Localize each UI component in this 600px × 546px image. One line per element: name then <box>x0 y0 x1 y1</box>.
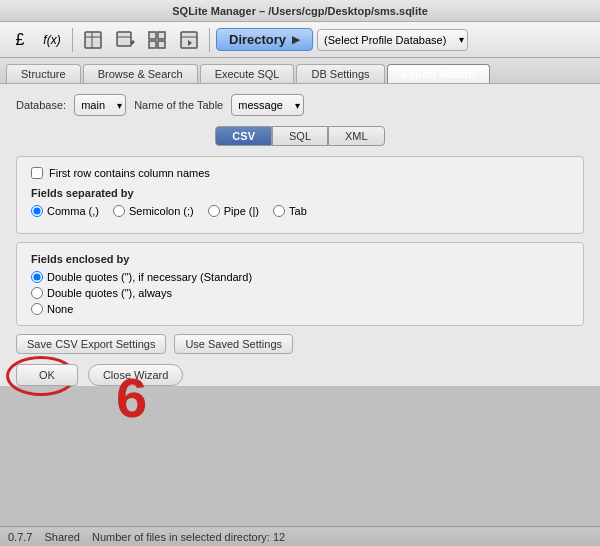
annotation-number: 6 <box>116 370 147 426</box>
database-select-wrapper[interactable]: main <box>74 94 126 116</box>
separator-tab: Tab <box>273 205 307 217</box>
enclosed-double-standard: Double quotes ("), if necessary (Standar… <box>31 271 569 283</box>
separator-comma-radio[interactable] <box>31 205 43 217</box>
toolbar-separator-1 <box>72 28 73 52</box>
enclosed-none-radio[interactable] <box>31 303 43 315</box>
separator-tab-label: Tab <box>289 205 307 217</box>
separator-semicolon-label: Semicolon (;) <box>129 205 194 217</box>
database-label: Database: <box>16 99 66 111</box>
format-tab-sql[interactable]: SQL <box>272 126 328 146</box>
format-tabs: CSV SQL XML <box>16 126 584 146</box>
enclosed-double-always-label: Double quotes ("), always <box>47 287 172 299</box>
tab-structure[interactable]: Structure <box>6 64 81 83</box>
svg-rect-9 <box>181 32 197 48</box>
use-saved-settings-button[interactable]: Use Saved Settings <box>174 334 293 354</box>
currency-icon[interactable]: £ <box>6 26 34 54</box>
svg-rect-8 <box>158 41 165 48</box>
version-text: 0.7.7 <box>8 531 32 543</box>
separator-tab-radio[interactable] <box>273 205 285 217</box>
status-bar: 0.7.7 Shared Number of files in selected… <box>0 526 600 546</box>
table-edit-icon[interactable] <box>111 26 139 54</box>
files-info-text: Number of files in selected directory: 1… <box>92 531 285 543</box>
separator-pipe-label: Pipe (|) <box>224 205 259 217</box>
fields-enclosed-panel: Fields enclosed by Double quotes ("), if… <box>16 242 584 326</box>
first-row-checkbox[interactable] <box>31 167 43 179</box>
enclosed-double-always: Double quotes ("), always <box>31 287 569 299</box>
fields-enclosed-label: Fields enclosed by <box>31 253 569 265</box>
save-csv-settings-button[interactable]: Save CSV Export Settings <box>16 334 166 354</box>
ok-button-container: OK <box>16 364 78 386</box>
svg-rect-3 <box>117 32 131 46</box>
table-label: Name of the Table <box>134 99 223 111</box>
enclosed-double-standard-label: Double quotes ("), if necessary (Standar… <box>47 271 252 283</box>
tab-execute-sql[interactable]: Execute SQL <box>200 64 295 83</box>
enclosed-none: None <box>31 303 569 315</box>
separator-semicolon: Semicolon (;) <box>113 205 194 217</box>
fields-separated-label: Fields separated by <box>31 187 569 199</box>
svg-rect-5 <box>149 32 156 39</box>
tab-browse-search[interactable]: Browse & Search <box>83 64 198 83</box>
options-panel: First row contains column names Fields s… <box>16 156 584 234</box>
first-row-label: First row contains column names <box>49 167 210 179</box>
trigger-icon[interactable] <box>175 26 203 54</box>
app-wrapper: SQLite Manager – /Users/cgp/Desktop/sms.… <box>0 0 600 546</box>
ok-button[interactable]: OK <box>16 364 78 386</box>
action-row: OK Close Wizard 6 <box>16 364 584 386</box>
settings-row: Save CSV Export Settings Use Saved Setti… <box>16 334 584 354</box>
table-select[interactable]: message <box>231 94 304 116</box>
separator-pipe-radio[interactable] <box>208 205 220 217</box>
form-area: Database: main Name of the Table message… <box>0 84 600 386</box>
separator-radio-row: Comma (,) Semicolon (;) Pipe (|) Tab <box>31 205 569 217</box>
directory-button[interactable]: Directory ▶ <box>216 28 313 51</box>
directory-arrow: ▶ <box>292 34 300 45</box>
table-icon[interactable] <box>79 26 107 54</box>
separator-comma-label: Comma (,) <box>47 205 99 217</box>
directory-label: Directory <box>229 32 286 47</box>
profile-select-wrapper[interactable]: (Select Profile Database) <box>317 29 468 51</box>
enclosed-none-label: None <box>47 303 73 315</box>
toolbar: £ f(x) <box>0 22 600 58</box>
nav-tabs: Structure Browse & Search Execute SQL DB… <box>0 58 600 84</box>
svg-rect-7 <box>149 41 156 48</box>
profile-select[interactable]: (Select Profile Database) <box>317 29 468 51</box>
function-icon[interactable]: f(x) <box>38 26 66 54</box>
enclosed-radio-col: Double quotes ("), if necessary (Standar… <box>31 271 569 315</box>
enclosed-double-standard-radio[interactable] <box>31 271 43 283</box>
first-row-row: First row contains column names <box>31 167 569 179</box>
database-select[interactable]: main <box>74 94 126 116</box>
format-tab-csv[interactable]: CSV <box>215 126 272 146</box>
enclosed-double-always-radio[interactable] <box>31 287 43 299</box>
shared-text: Shared <box>44 531 79 543</box>
separator-comma: Comma (,) <box>31 205 99 217</box>
svg-rect-6 <box>158 32 165 39</box>
view-icon[interactable] <box>143 26 171 54</box>
separator-pipe: Pipe (|) <box>208 205 259 217</box>
toolbar-separator-2 <box>209 28 210 52</box>
db-row: Database: main Name of the Table message <box>16 94 584 116</box>
tab-db-settings[interactable]: DB Settings <box>296 64 384 83</box>
tab-export-wizard[interactable]: Export Wizard <box>387 64 491 83</box>
title-bar: SQLite Manager – /Users/cgp/Desktop/sms.… <box>0 0 600 22</box>
format-tab-xml[interactable]: XML <box>328 126 385 146</box>
svg-rect-0 <box>85 32 101 48</box>
window-title: SQLite Manager – /Users/cgp/Desktop/sms.… <box>172 5 428 17</box>
table-select-wrapper[interactable]: message <box>231 94 304 116</box>
separator-semicolon-radio[interactable] <box>113 205 125 217</box>
